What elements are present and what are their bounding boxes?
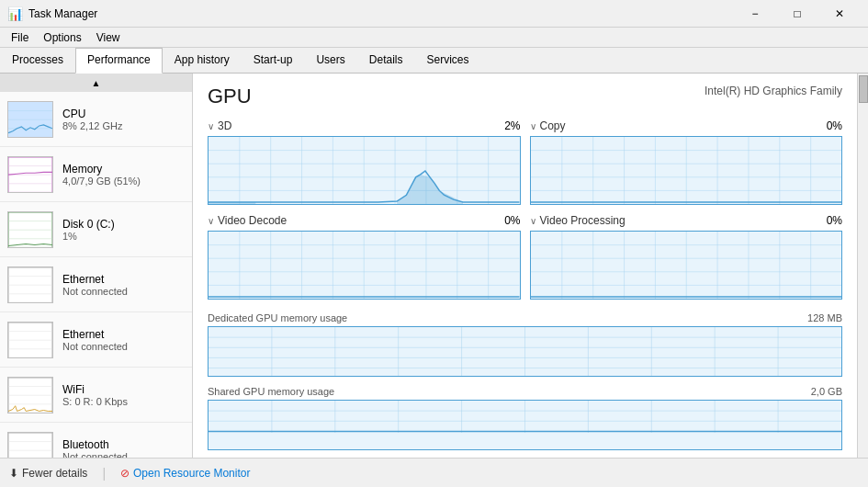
sidebar-item-memory[interactable]: Memory 4,0/7,9 GB (51%) [0, 147, 192, 202]
bottom-bar: ⬇ Fewer details | ⊘ Open Resource Monito… [0, 458, 868, 487]
chevron-icon: ∨ [208, 121, 214, 131]
graph-video-decode-label: Video Decode [218, 214, 287, 227]
tab-startup[interactable]: Start-up [242, 48, 305, 73]
shared-memory-bar [208, 400, 842, 450]
cpu-label: CPU 8% 2,12 GHz [62, 108, 122, 131]
graph-copy-value: 0% [827, 119, 842, 132]
main-area: ▲ CPU 8% 2,12 GHz [0, 74, 868, 458]
graph-video-decode: ∨ Video Decode 0% [208, 214, 521, 300]
minimize-button[interactable]: − [734, 0, 776, 28]
ethernet1-thumbnail [7, 266, 53, 303]
svg-marker-42 [209, 202, 255, 204]
shared-memory-header: Shared GPU memory usage 2,0 GB [208, 386, 842, 397]
tab-performance[interactable]: Performance [75, 48, 163, 74]
sidebar-item-disk[interactable]: Disk 0 (C:) 1% [0, 202, 192, 257]
graph-video-processing-header: ∨ Video Processing 0% [530, 214, 843, 227]
scrollbar-thumb[interactable] [859, 75, 868, 103]
graph-video-decode-box [208, 231, 521, 300]
graph-3d-label: 3D [218, 119, 231, 132]
graph-3d: ∨ 3D 2% [208, 119, 521, 205]
graph-3d-box [208, 136, 521, 205]
tab-bar: Processes Performance App history Start-… [0, 48, 868, 74]
chevron-copy-icon: ∨ [530, 121, 536, 131]
ethernet2-label: Ethernet Not connected [62, 328, 128, 352]
shared-memory-label: Shared GPU memory usage [208, 386, 334, 397]
dedicated-memory-header: Dedicated GPU memory usage 128 MB [208, 312, 842, 323]
bluetooth-label: Bluetooth Not connected [62, 438, 128, 459]
menu-options[interactable]: Options [36, 29, 88, 45]
tab-services[interactable]: Services [414, 48, 480, 73]
ethernet2-thumbnail [7, 322, 53, 358]
divider: | [102, 466, 106, 481]
disk-thumbnail [7, 211, 53, 248]
ethernet1-label: Ethernet Not connected [62, 273, 128, 297]
graph-video-processing-box [530, 231, 843, 300]
dedicated-memory-label: Dedicated GPU memory usage [208, 312, 347, 323]
open-resource-monitor-link[interactable]: ⊘ Open Resource Monitor [120, 467, 250, 480]
disk-label: Disk 0 (C:) 1% [62, 218, 115, 242]
sidebar: ▲ CPU 8% 2,12 GHz [0, 74, 193, 458]
graphs-grid: ∨ 3D 2% [208, 119, 842, 300]
content-header: GPU Intel(R) HD Graphics Family [208, 85, 842, 108]
chevron-vd-icon: ∨ [208, 216, 214, 226]
memory-thumbnail [7, 156, 53, 193]
cpu-thumbnail [7, 101, 53, 138]
menu-file[interactable]: File [4, 29, 36, 45]
shared-memory-value: 2,0 GB [811, 386, 842, 397]
memory-label: Memory 4,0/7,9 GB (51%) [62, 163, 141, 187]
page-title: GPU [208, 85, 252, 108]
menu-view[interactable]: View [89, 29, 128, 45]
dedicated-memory-value: 128 MB [807, 312, 842, 323]
graph-3d-header: ∨ 3D 2% [208, 119, 521, 132]
tab-details[interactable]: Details [357, 48, 415, 73]
sidebar-item-wifi[interactable]: WiFi S: 0 R: 0 Kbps [0, 368, 192, 423]
shared-memory-section: Shared GPU memory usage 2,0 GB [208, 386, 842, 450]
tab-users[interactable]: Users [304, 48, 356, 73]
title-controls: − □ ✕ [734, 0, 861, 28]
graph-video-processing-label: Video Processing [540, 214, 626, 227]
graph-video-decode-value: 0% [504, 214, 520, 227]
graph-copy: ∨ Copy 0% [530, 119, 843, 205]
fewer-details-icon: ⬇ [9, 467, 18, 480]
maximize-button[interactable]: □ [776, 0, 818, 28]
graph-video-processing-value: 0% [827, 214, 842, 227]
content-area: GPU Intel(R) HD Graphics Family ∨ 3D 2% [193, 74, 857, 458]
graph-video-processing: ∨ Video Processing 0% [530, 214, 843, 300]
menu-bar: File Options View [0, 28, 868, 48]
chevron-vp-icon: ∨ [530, 216, 536, 226]
title-bar: 📊 Task Manager − □ ✕ [0, 0, 868, 28]
dedicated-memory-bar [208, 326, 842, 377]
graph-copy-header: ∨ Copy 0% [530, 119, 843, 132]
tab-app-history[interactable]: App history [163, 48, 242, 73]
dedicated-memory-section: Dedicated GPU memory usage 128 MB [208, 312, 842, 377]
wifi-thumbnail [7, 377, 53, 413]
graph-copy-box [530, 136, 843, 205]
sidebar-scroll-up[interactable]: ▲ [0, 74, 192, 92]
sidebar-item-bluetooth[interactable]: Bluetooth Not connected [0, 423, 192, 458]
resource-monitor-icon: ⊘ [120, 467, 130, 480]
gpu-subtitle: Intel(R) HD Graphics Family [705, 85, 842, 97]
sidebar-item-ethernet2[interactable]: Ethernet Not connected [0, 312, 192, 368]
graph-3d-value: 2% [504, 119, 520, 132]
right-scrollbar[interactable] [857, 74, 868, 458]
close-button[interactable]: ✕ [818, 0, 861, 28]
bluetooth-thumbnail [7, 432, 53, 459]
app-title: Task Manager [28, 7, 97, 20]
wifi-label: WiFi S: 0 R: 0 Kbps [62, 383, 128, 407]
sidebar-item-ethernet1[interactable]: Ethernet Not connected [0, 257, 192, 312]
graph-video-decode-header: ∨ Video Decode 0% [208, 214, 521, 227]
sidebar-item-cpu[interactable]: CPU 8% 2,12 GHz [0, 92, 192, 147]
fewer-details-button[interactable]: ⬇ Fewer details [9, 467, 87, 480]
tab-processes[interactable]: Processes [0, 48, 75, 73]
app-icon: 📊 [7, 6, 23, 21]
svg-rect-24 [8, 433, 52, 459]
graph-copy-label: Copy [540, 119, 566, 132]
